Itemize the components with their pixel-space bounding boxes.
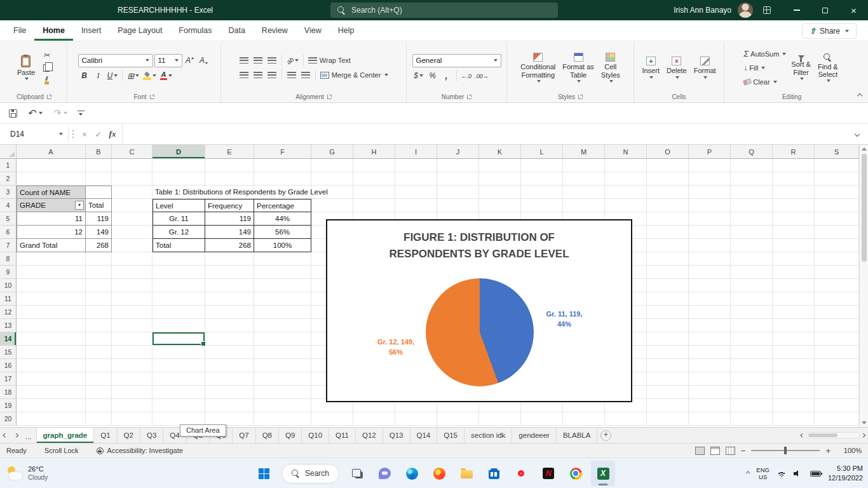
- borders-button[interactable]: [126, 70, 140, 82]
- cell-B8[interactable]: [86, 252, 112, 266]
- italic-button[interactable]: [92, 70, 105, 82]
- cell-E17[interactable]: [205, 372, 254, 386]
- menu-tab-home[interactable]: Home: [34, 20, 73, 41]
- sheet-tab-q3[interactable]: Q3: [140, 428, 163, 443]
- cell-D17[interactable]: [153, 372, 205, 386]
- cell-F10[interactable]: [254, 279, 311, 292]
- column-header-Q[interactable]: Q: [731, 145, 773, 158]
- cell-R19[interactable]: [773, 399, 815, 412]
- chrome-button[interactable]: [564, 461, 588, 486]
- cut-button[interactable]: [40, 49, 53, 61]
- page-layout-view-button[interactable]: [710, 447, 720, 455]
- cell-J3[interactable]: [437, 186, 479, 199]
- cell-E15[interactable]: [205, 346, 254, 359]
- cell-K1[interactable]: [479, 159, 521, 172]
- increase-decimal-button[interactable]: [460, 70, 473, 82]
- cell-S14[interactable]: [815, 332, 859, 346]
- share-button[interactable]: Share: [802, 23, 857, 39]
- paste-button[interactable]: Paste: [15, 54, 37, 81]
- number-format-select[interactable]: General: [412, 54, 501, 67]
- cell-C15[interactable]: [112, 346, 153, 359]
- cell-A10[interactable]: [17, 279, 86, 292]
- cell-R13[interactable]: [773, 319, 815, 332]
- cell-R12[interactable]: [773, 306, 815, 319]
- cell-F20[interactable]: [254, 412, 311, 426]
- cell-E18[interactable]: [205, 386, 254, 399]
- cell-D20[interactable]: [153, 412, 205, 426]
- cell-Q9[interactable]: [731, 266, 773, 279]
- cell-O5[interactable]: [647, 212, 689, 226]
- cell-Q17[interactable]: [731, 372, 773, 386]
- cell-M4[interactable]: [563, 199, 605, 212]
- cell-C8[interactable]: [112, 252, 153, 266]
- cell-D5[interactable]: Gr. 11: [153, 212, 205, 226]
- cell-R9[interactable]: [773, 266, 815, 279]
- column-header-C[interactable]: C: [112, 145, 153, 158]
- wifi-icon[interactable]: [776, 470, 787, 477]
- cell-P9[interactable]: [689, 266, 731, 279]
- cell-Q1[interactable]: [731, 159, 773, 172]
- copy-button[interactable]: [40, 62, 53, 74]
- menu-tab-data[interactable]: Data: [220, 20, 253, 41]
- cell-A16[interactable]: [17, 359, 86, 372]
- cell-P7[interactable]: [689, 239, 731, 252]
- cell-H2[interactable]: [353, 172, 395, 186]
- zoom-in-button[interactable]: +: [825, 446, 831, 456]
- cell-C19[interactable]: [112, 399, 153, 412]
- row-header-15[interactable]: 15: [0, 346, 17, 359]
- cell-B10[interactable]: [86, 279, 112, 292]
- sort-filter-button[interactable]: Sort & Filter: [789, 54, 813, 81]
- cell-P6[interactable]: [689, 226, 731, 239]
- column-header-K[interactable]: K: [479, 145, 521, 158]
- cell-C2[interactable]: [112, 172, 153, 186]
- clipboard-dialog-launcher[interactable]: [47, 95, 51, 99]
- cell-C10[interactable]: [112, 279, 153, 292]
- cell-F7[interactable]: 100%: [254, 239, 311, 252]
- cell-S18[interactable]: [815, 386, 859, 399]
- cell-O17[interactable]: [647, 372, 689, 386]
- zoom-out-button[interactable]: −: [741, 446, 746, 456]
- sheet-tab-q10[interactable]: Q10: [302, 428, 329, 443]
- cell-C4[interactable]: [112, 199, 153, 212]
- cell-Q6[interactable]: [731, 226, 773, 239]
- row-header-3[interactable]: 3: [0, 186, 17, 199]
- row-header-14[interactable]: 14: [0, 332, 17, 346]
- cell-P15[interactable]: [689, 346, 731, 359]
- pie[interactable]: [426, 278, 534, 386]
- cell-R5[interactable]: [773, 212, 815, 226]
- cell-S8[interactable]: [815, 252, 859, 266]
- row-header-7[interactable]: 7: [0, 239, 17, 252]
- cell-L1[interactable]: [521, 159, 563, 172]
- cell-C9[interactable]: [112, 266, 153, 279]
- wrap-text-button[interactable]: Wrap Text: [307, 55, 352, 67]
- cell-F13[interactable]: [254, 319, 311, 332]
- cell-O14[interactable]: [647, 332, 689, 346]
- cell-S11[interactable]: [815, 292, 859, 306]
- decrease-decimal-button[interactable]: [474, 70, 490, 82]
- cell-P13[interactable]: [689, 319, 731, 332]
- cell-E9[interactable]: [205, 266, 254, 279]
- cell-N20[interactable]: [605, 412, 647, 426]
- row-header-10[interactable]: 10: [0, 279, 17, 292]
- cell-R20[interactable]: [773, 412, 815, 426]
- cell-F16[interactable]: [254, 359, 311, 372]
- cell-Q14[interactable]: [731, 332, 773, 346]
- cell-D4[interactable]: Level: [153, 199, 205, 212]
- comma-style-button[interactable]: [440, 70, 453, 82]
- tray-expand-icon[interactable]: [746, 471, 750, 475]
- cell-Q16[interactable]: [731, 359, 773, 372]
- styles-dialog-launcher[interactable]: [578, 95, 583, 99]
- cell-E12[interactable]: [205, 306, 254, 319]
- row-header-20[interactable]: 20: [0, 412, 17, 426]
- cell-O13[interactable]: [647, 319, 689, 332]
- cell-C16[interactable]: [112, 359, 153, 372]
- cell-P5[interactable]: [689, 212, 731, 226]
- column-header-A[interactable]: A: [17, 145, 86, 158]
- accounting-format-button[interactable]: [412, 70, 425, 82]
- cell-B4[interactable]: Total: [86, 199, 112, 212]
- cell-Q5[interactable]: [731, 212, 773, 226]
- cell-D19[interactable]: [153, 399, 205, 412]
- cell-E8[interactable]: [205, 252, 254, 266]
- cell-G4[interactable]: [311, 199, 353, 212]
- cell-P20[interactable]: [689, 412, 731, 426]
